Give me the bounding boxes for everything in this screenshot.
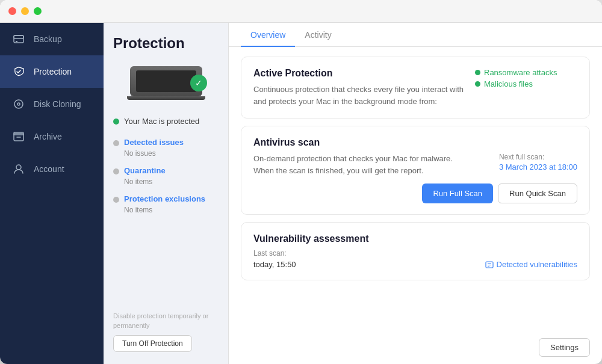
sidebar-item-disk-cloning[interactable]: Disk Cloning (0, 88, 104, 120)
sidebar-protection-label: Protection (34, 67, 72, 76)
svg-point-8 (16, 165, 21, 170)
traffic-lights (8, 7, 42, 15)
tabs-bar: Overview Activity (229, 23, 602, 47)
antivirus-right: Next full scan: 3 March 2023 at 18:00 (457, 153, 577, 176)
sidebar-item-account[interactable]: Account (0, 153, 104, 185)
sidebar-item-backup[interactable]: Backup (0, 23, 104, 55)
scan-buttons: Run Full Scan Run Quick Scan (253, 184, 577, 203)
active-protection-right: Ransomware attacks Malicious files (475, 68, 577, 88)
quarantine-section: Quarantine No items (113, 166, 219, 186)
sidebar-item-archive[interactable]: Archive (0, 120, 104, 153)
malicious-files-label: Malicious files (484, 79, 533, 88)
tab-overview[interactable]: Overview (241, 23, 295, 47)
next-scan-date: 3 March 2023 at 18:00 (499, 162, 577, 171)
turn-off-protection-button[interactable]: Turn Off Protection (113, 335, 192, 352)
antivirus-title: Antivirus scan (253, 137, 577, 148)
sidebar-archive-label: Archive (34, 132, 62, 141)
svg-point-3 (14, 100, 23, 108)
detected-vulnerabilities-link[interactable]: Detected vulnerabilities (485, 260, 577, 269)
device-image: ✓ (113, 66, 219, 102)
svg-rect-0 (14, 35, 23, 43)
status-dot-green (113, 119, 119, 125)
quarantine-sub: No items (113, 177, 219, 186)
close-button[interactable] (8, 7, 16, 15)
middle-panel: Protection ✓ Your Mac is protected Dete (104, 23, 229, 364)
next-scan-label: Next full scan: (499, 153, 577, 161)
exclusions-row: Protection exclusions (113, 194, 219, 205)
disk-cloning-icon (12, 97, 25, 111)
mac-status-row: Your Mac is protected (113, 117, 219, 126)
list-icon (485, 261, 494, 269)
vuln-left: Last scan: today, 15:50 (253, 249, 485, 269)
app-window: Backup Protection Disk C (0, 0, 602, 364)
archive-icon (12, 130, 25, 143)
settings-button[interactable]: Settings (539, 338, 590, 357)
detected-issues-link[interactable]: Detected issues (124, 138, 184, 147)
active-protection-card: Active Protection Continuous protection … (241, 57, 590, 119)
minimize-button[interactable] (21, 7, 29, 15)
sidebar-disk-cloning-label: Disk Cloning (34, 99, 81, 109)
settings-bar: Settings (229, 333, 602, 364)
protection-icon (12, 65, 25, 78)
sidebar-backup-label: Backup (34, 34, 62, 44)
malicious-files-item: Malicious files (475, 79, 577, 88)
run-full-scan-button[interactable]: Run Full Scan (422, 184, 493, 203)
quarantine-dot (113, 168, 119, 174)
footer-text: Disable protection temporarily or perman… (113, 312, 219, 330)
svg-point-4 (17, 103, 20, 105)
run-quick-scan-button[interactable]: Run Quick Scan (498, 184, 577, 203)
svg-rect-2 (16, 41, 17, 42)
middle-title: Protection (113, 35, 219, 52)
vulnerability-card: Vulnerability assessment Last scan: toda… (241, 222, 590, 280)
sidebar-item-protection[interactable]: Protection (0, 55, 104, 88)
exclusions-link[interactable]: Protection exclusions (124, 194, 205, 203)
active-protection-left: Active Protection Continuous protection … (253, 68, 475, 107)
last-scan-label: Last scan: (253, 249, 485, 258)
active-protection-title: Active Protection (253, 68, 475, 79)
antivirus-scan-card: Antivirus scan On-demand protection that… (241, 126, 590, 215)
vuln-card-body: Last scan: today, 15:50 Detected vulnera… (253, 249, 577, 269)
next-scan-info: Next full scan: 3 March 2023 at 18:00 (499, 153, 577, 171)
vulnerability-title: Vulnerability assessment (253, 233, 577, 244)
main-layout: Backup Protection Disk C (0, 23, 602, 364)
detected-issues-section: Detected issues No issues (113, 138, 219, 158)
quarantine-row: Quarantine (113, 166, 219, 176)
mac-body: ✓ (130, 66, 202, 96)
detected-issues-sub: No issues (113, 149, 219, 158)
mac-status-text: Your Mac is protected (124, 117, 199, 126)
mac-base (127, 96, 205, 100)
sidebar: Backup Protection Disk C (0, 23, 104, 364)
detected-vulnerabilities-label: Detected vulnerabilities (497, 260, 577, 269)
account-icon (12, 162, 25, 176)
active-protection-desc: Continuous protection that checks every … (253, 84, 475, 107)
shield-badge: ✓ (190, 75, 207, 91)
exclusions-sub: No items (113, 206, 219, 214)
content-area: Active Protection Continuous protection … (229, 47, 602, 333)
mac-device: ✓ (130, 66, 202, 102)
right-panel: Overview Activity Active Protection Cont… (229, 23, 602, 364)
tab-activity[interactable]: Activity (295, 23, 341, 47)
sidebar-account-label: Account (34, 164, 64, 174)
antivirus-left: On-demand protection that checks your Ma… (253, 153, 457, 176)
detected-dot (113, 140, 119, 146)
middle-footer: Disable protection temporarily or perman… (113, 302, 219, 352)
exclusions-dot (113, 197, 119, 203)
mac-screen (136, 70, 196, 92)
svg-rect-1 (14, 35, 23, 39)
maximize-button[interactable] (34, 7, 42, 15)
malicious-dot (475, 81, 480, 87)
antivirus-card-body: On-demand protection that checks your Ma… (253, 153, 577, 176)
ransomware-dot (475, 70, 480, 75)
ransomware-label: Ransomware attacks (484, 68, 557, 77)
backup-icon (12, 32, 25, 46)
ransomware-item: Ransomware attacks (475, 68, 577, 77)
titlebar (0, 0, 602, 23)
detected-issues-row: Detected issues (113, 138, 219, 148)
last-scan-time: today, 15:50 (253, 260, 485, 269)
antivirus-desc: On-demand protection that checks your Ma… (253, 153, 457, 176)
exclusions-section: Protection exclusions No items (113, 194, 219, 214)
quarantine-link[interactable]: Quarantine (124, 166, 166, 175)
